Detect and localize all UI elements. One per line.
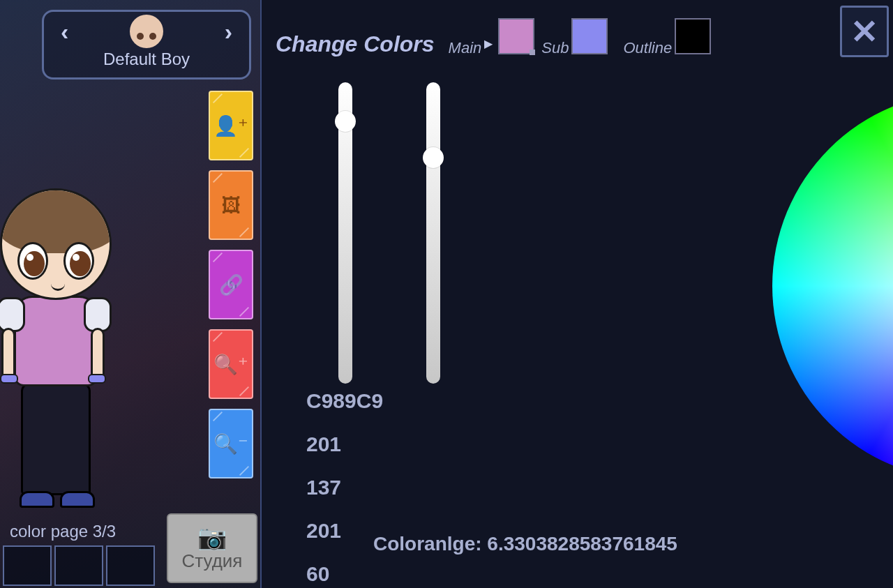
background-button[interactable]: 🖼 — [209, 170, 253, 240]
prev-character-arrow[interactable]: ‹ — [61, 18, 68, 45]
studio-button[interactable]: 📷 Студия — [167, 513, 257, 583]
character-head-icon — [130, 15, 163, 48]
blue-value: 201 — [306, 519, 383, 543]
zoom-out-icon: 🔍⁻ — [213, 432, 248, 455]
left-panel: ‹ › Default Boy 👤⁺ 🖼 🔗 🔍⁺ 🔍⁻ — [0, 0, 262, 588]
extra-value: 60 — [306, 562, 383, 586]
main-swatch-group: Main ▶ — [449, 21, 535, 57]
image-icon: 🖼 — [221, 194, 241, 217]
angle-value: 6.3303828583761845 — [487, 533, 677, 555]
palette-slot[interactable] — [3, 545, 52, 586]
next-character-arrow[interactable]: › — [225, 18, 232, 45]
studio-label: Студия — [182, 550, 243, 572]
outline-swatch-group: Outline — [623, 21, 711, 57]
outline-label: Outline — [623, 39, 672, 57]
palette-slot[interactable] — [106, 545, 155, 586]
slider-thumb[interactable] — [335, 111, 356, 132]
brightness-slider[interactable] — [338, 82, 352, 384]
main-color-swatch[interactable] — [498, 18, 534, 54]
link-icon: 🔗 — [219, 273, 243, 296]
change-colors-title: Change Colors — [276, 31, 435, 57]
close-icon: ✕ — [850, 12, 878, 51]
zoom-in-button[interactable]: 🔍⁺ — [209, 329, 253, 399]
link-button[interactable]: 🔗 — [209, 250, 253, 319]
sub-label: Sub — [541, 39, 569, 57]
sliders — [338, 82, 440, 384]
palette-row — [3, 545, 155, 586]
color-page-label: color page 3/3 — [10, 522, 116, 541]
outline-color-swatch[interactable] — [675, 18, 711, 54]
camera-icon: 📷 — [197, 525, 227, 549]
sub-color-swatch[interactable] — [571, 18, 608, 54]
top-bar: Change Colors Main ▶ Sub Outline — [276, 13, 879, 57]
main-label: Main — [449, 39, 482, 57]
slider-thumb[interactable] — [423, 147, 444, 168]
color-wheel-container — [772, 92, 893, 480]
color-readout: C989C9 201 137 201 60 — [306, 389, 383, 586]
color-editor-panel: Change Colors Main ▶ Sub Outline ✕ C989C… — [262, 0, 893, 588]
red-value: 201 — [306, 432, 383, 456]
close-button[interactable]: ✕ — [840, 6, 889, 57]
green-value: 137 — [306, 476, 383, 499]
add-character-button[interactable]: 👤⁺ — [209, 91, 253, 160]
color-angle-line: Coloranlge: 6.3303828583761845 — [373, 533, 677, 555]
palette-slot[interactable] — [54, 545, 103, 586]
triangle-icon: ▶ — [484, 37, 493, 50]
color-wheel[interactable] — [772, 92, 893, 480]
sub-swatch-group: Sub — [541, 21, 608, 57]
character-preview — [0, 188, 133, 516]
saturation-slider[interactable] — [426, 82, 440, 384]
zoom-out-button[interactable]: 🔍⁻ — [209, 409, 253, 478]
angle-label: Coloranlge: — [373, 533, 482, 555]
hex-value: C989C9 — [306, 389, 383, 413]
zoom-in-icon: 🔍⁺ — [213, 353, 248, 376]
tool-column: 👤⁺ 🖼 🔗 🔍⁺ 🔍⁻ — [209, 91, 257, 478]
character-switcher: ‹ › Default Boy — [42, 10, 251, 80]
user-plus-icon: 👤⁺ — [213, 114, 248, 137]
character-name: Default Boy — [103, 50, 190, 69]
